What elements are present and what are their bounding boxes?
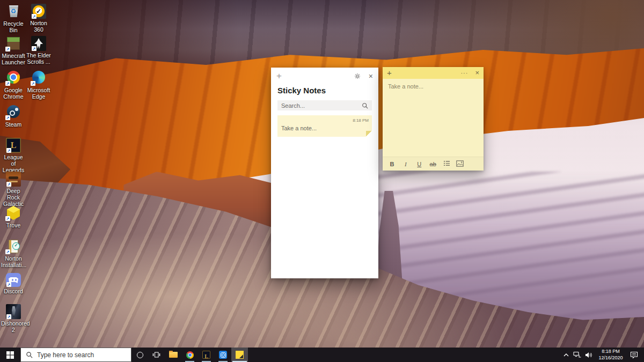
desktop-icon-label: Norton Installati... — [1, 255, 26, 268]
windows-desktop: Recycle Bin Norton 360 Minecraft Launche… — [0, 0, 644, 362]
league-of-legends-icon — [202, 351, 210, 359]
desktop-icon-norton-360[interactable]: Norton 360 — [26, 3, 51, 33]
desktop-icon-steam[interactable]: Steam — [1, 104, 26, 128]
tray-clock[interactable]: 8:18 PM 12/16/2020 — [595, 349, 627, 361]
deep-rock-galactic-icon — [6, 172, 21, 187]
tray-time: 8:18 PM — [595, 349, 627, 355]
taskbar-task-view-button[interactable] — [148, 348, 165, 362]
sticky-notes-list-window: + × Sticky Notes 8:18 PM Take a — [271, 68, 378, 278]
chrome-icon — [5, 70, 22, 86]
shortcut-arrow-icon — [5, 47, 10, 51]
file-explorer-icon — [169, 352, 178, 358]
notes-list-titlebar: + × — [271, 68, 378, 82]
settings-button[interactable] — [354, 73, 361, 79]
note-folded-corner-icon — [366, 131, 372, 137]
taskbar-search-box[interactable] — [20, 348, 131, 362]
shortcut-arrow-icon — [6, 148, 11, 153]
desktop-icon-trove[interactable]: Trove — [1, 205, 26, 228]
network-icon — [573, 351, 581, 358]
desktop-icon-discord[interactable]: Discord — [1, 272, 26, 294]
desktop-icon-label: Norton 360 — [26, 20, 51, 33]
add-image-button[interactable] — [456, 160, 464, 168]
desktop-icon-recycle-bin[interactable]: Recycle Bin — [1, 3, 26, 33]
bold-button[interactable]: B — [388, 161, 396, 167]
edge-icon — [30, 70, 47, 86]
close-button[interactable]: × — [369, 72, 373, 80]
desktop-icon-norton-installer[interactable]: Norton Installati... — [1, 238, 26, 268]
bullet-list-button[interactable] — [443, 160, 451, 167]
desktop-icon-label: Google Chrome — [1, 87, 26, 100]
tray-action-center-button[interactable] — [627, 348, 641, 362]
shortcut-arrow-icon — [6, 282, 11, 287]
taskbar-sticky-notes-button[interactable] — [231, 348, 248, 362]
desktop-icon-elder-scrolls[interactable]: The Elder Scrolls ... — [26, 35, 51, 65]
desktop-icon-label: The Elder Scrolls ... — [26, 52, 51, 65]
shortcut-arrow-icon — [31, 81, 35, 86]
desktop-icon-label: Deep Rock Galactic — [1, 188, 26, 207]
notes-search-input[interactable] — [281, 102, 362, 109]
league-of-legends-icon — [6, 138, 21, 153]
shortcut-arrow-icon — [32, 46, 36, 51]
desktop-icon-microsoft-edge[interactable]: Microsoft Edge — [26, 70, 51, 100]
underline-button[interactable]: U — [415, 161, 423, 167]
sticky-note-window: + ··· × Take a note... B I U ab — [383, 67, 484, 171]
shortcut-arrow-icon — [5, 249, 10, 254]
action-center-icon — [630, 351, 638, 359]
steam-icon — [5, 104, 22, 120]
taskbar-cortana-button[interactable] — [131, 348, 148, 362]
taskbar-search-input[interactable] — [37, 351, 131, 359]
start-button[interactable] — [0, 348, 20, 362]
desktop-icon-label: Discord — [1, 288, 26, 294]
menu-button[interactable]: ··· — [460, 70, 468, 76]
desktop-icon-dishonored-2[interactable]: Dishonored 2 — [1, 304, 26, 333]
note-titlebar[interactable]: + ··· × — [383, 67, 484, 79]
desktop-icon-google-chrome[interactable]: Google Chrome — [1, 70, 26, 100]
chevron-up-icon — [564, 353, 569, 357]
taskbar-file-explorer-button[interactable] — [165, 348, 181, 362]
desktop-icon-label: Recycle Bin — [1, 20, 26, 33]
shortcut-arrow-icon — [5, 81, 10, 86]
desktop-icon-minecraft-launcher[interactable]: Minecraft Launcher — [1, 35, 26, 65]
discord-icon — [6, 273, 21, 287]
elder-scrolls-icon — [31, 36, 46, 51]
taskbar-spacer — [248, 348, 561, 362]
desktop-icon-deep-rock-galactic[interactable]: Deep Rock Galactic — [1, 171, 26, 207]
desktop-icon-label: Dishonored 2 — [1, 320, 26, 333]
desktop-icon-label: Microsoft Edge — [26, 87, 51, 100]
tray-network-button[interactable] — [571, 348, 583, 362]
note-editor[interactable]: Take a note... — [383, 79, 484, 157]
window-title: Sticky Notes — [271, 82, 378, 100]
system-tray: 8:18 PM 12/16/2020 — [561, 348, 644, 362]
recycle-bin-icon — [5, 3, 22, 19]
new-note-button[interactable]: + — [387, 70, 392, 76]
chrome-icon — [186, 351, 194, 359]
norton-installer-icon — [5, 238, 22, 254]
search-icon — [362, 102, 368, 109]
taskbar-camera-app-button[interactable] — [215, 348, 231, 362]
taskbar: 8:18 PM 12/16/2020 — [0, 348, 644, 362]
taskbar-chrome-button[interactable] — [181, 348, 198, 362]
new-note-button[interactable]: + — [276, 72, 282, 80]
italic-button[interactable]: I — [401, 161, 409, 167]
task-view-icon — [152, 351, 160, 358]
notes-search-box[interactable] — [277, 100, 372, 110]
image-icon — [456, 160, 464, 167]
norton-360-icon — [31, 4, 46, 19]
taskbar-league-of-legends-button[interactable] — [198, 348, 215, 362]
tray-volume-button[interactable] — [583, 348, 595, 362]
shortcut-arrow-icon — [5, 115, 10, 120]
desktop-icon-label: Minecraft Launcher — [1, 53, 26, 65]
close-note-button[interactable]: × — [475, 70, 479, 76]
camera-app-icon — [219, 351, 227, 359]
bullet-list-icon — [443, 160, 450, 166]
trove-icon — [5, 205, 22, 221]
strikethrough-button[interactable]: ab — [429, 161, 437, 167]
tray-show-hidden-icons-button[interactable] — [561, 348, 571, 362]
sticky-notes-icon — [236, 351, 244, 359]
desktop-icon-league-of-legends[interactable]: League of Legends — [1, 137, 26, 173]
dishonored-2-icon — [6, 304, 21, 319]
minecraft-icon — [5, 35, 22, 51]
note-list-item[interactable]: 8:18 PM Take a note... — [277, 115, 372, 137]
shortcut-arrow-icon — [5, 216, 10, 221]
desktop-icon-label: League of Legends — [1, 154, 26, 173]
